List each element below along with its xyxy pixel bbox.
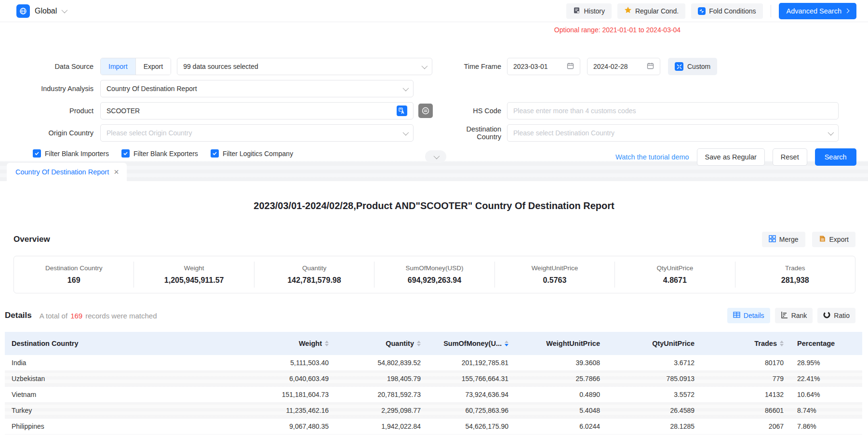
filter-blank-exporters-checkbox[interactable]: Filter Blank Exporters [121, 149, 198, 158]
cell-wup: 39.3608 [515, 359, 607, 367]
checkbox-checked-icon [121, 149, 130, 158]
regular-cond-button[interactable]: Regular Cond. [617, 3, 685, 19]
close-icon[interactable]: × [114, 168, 119, 176]
chevron-down-icon [828, 129, 834, 135]
export-icon [819, 235, 826, 244]
table-icon [733, 311, 740, 320]
export-label: Export [829, 236, 849, 243]
collapse-conditions-toggle[interactable] [425, 150, 446, 163]
cell-weight: 6,040,603.49 [246, 375, 335, 382]
table-header-row: Destination Country Weight Quantity SumO… [5, 332, 862, 355]
cell-percentage: 10.64% [790, 391, 862, 398]
pie-chart-icon [823, 311, 830, 320]
table-row[interactable]: Turkey 11,235,462.16 2,295,098.77 60,725… [5, 403, 862, 419]
cell-country: Uzbekistan [5, 375, 246, 382]
save-as-regular-button[interactable]: Save as Regular [697, 148, 765, 166]
total-count: 169 [70, 312, 82, 320]
overview-stats: Destination Country 169 Weight 1,205,945… [13, 256, 855, 293]
view-ratio-button[interactable]: Ratio [817, 308, 855, 323]
cell-qup: 3.5572 [607, 391, 701, 398]
cell-quantity: 2,295,098.77 [335, 407, 427, 414]
col-trades[interactable]: Trades [701, 340, 790, 347]
view-rank-button[interactable]: Rank [775, 308, 813, 323]
table-row[interactable]: Uzbekistan 6,040,603.49 198,405.79 155,7… [5, 371, 862, 387]
origin-country-select[interactable]: Please select Origin Country [100, 124, 414, 142]
history-button[interactable]: History [566, 3, 612, 19]
cell-percentage: 7.86% [790, 422, 862, 430]
advanced-search-label: Advanced Search [787, 7, 841, 15]
report-body: 2023/03/01-2024/02/28,Product AND"SCOOTE… [0, 200, 868, 435]
stat-value: 0.5763 [497, 276, 613, 285]
stat-label: WeightUnitPrice [497, 264, 613, 272]
merge-button[interactable]: Merge [762, 232, 805, 247]
time-frame-label: Time Frame [444, 63, 507, 70]
col-sum-of-money[interactable]: SumOfMoney(U... [427, 340, 515, 347]
table-row[interactable]: Philippines 9,067,480.35 1,942,022.84 54… [5, 419, 862, 435]
filter-blank-importers-checkbox[interactable]: Filter Blank Importers [33, 149, 109, 158]
chevron-down-icon [403, 129, 409, 135]
tutorial-link[interactable]: Watch the tutorial demo [615, 153, 689, 161]
industry-analysis-select[interactable]: Country Of Destination Report [100, 80, 414, 97]
cell-sum: 60,725,863.96 [427, 407, 515, 414]
stat-label: Weight [136, 264, 252, 272]
stat-qty-unit-price: QtyUnitPrice 4.8671 [614, 262, 734, 288]
export-tab[interactable]: Export [135, 58, 171, 75]
import-tab[interactable]: Import [101, 58, 135, 75]
destination-country-placeholder: Please select Destination Country [513, 129, 614, 137]
cell-weight: 9,067,480.35 [246, 422, 335, 430]
cell-percentage: 28.95% [790, 359, 862, 367]
cell-country: Vietnam [5, 391, 246, 398]
advanced-search-button[interactable]: Advanced Search [779, 3, 856, 19]
start-date-input[interactable]: 2023-03-01 [507, 58, 580, 75]
col-weight[interactable]: Weight [246, 340, 335, 347]
cell-wup: 0.4890 [515, 391, 607, 398]
search-button[interactable]: Search [815, 148, 856, 166]
sort-icon[interactable] [417, 341, 421, 346]
custom-range-button[interactable]: Custom [668, 58, 717, 75]
table-row[interactable]: India 5,111,503.40 54,802,839.52 201,192… [5, 355, 862, 371]
sort-icon[interactable] [325, 341, 329, 346]
col-percentage: Percentage [790, 340, 862, 347]
cell-sum: 54,626,175.90 [427, 422, 515, 430]
cell-wup: 25.7866 [515, 375, 607, 382]
checkbox-label: Filter Blank Exporters [134, 150, 198, 158]
optional-range-hint: Optional range: 2021-01-01 to 2024-03-04 [507, 26, 728, 34]
total-suffix: records were matched [85, 312, 157, 320]
tab-country-of-destination-report[interactable]: Country Of Destination Report × [7, 163, 127, 181]
exact-match-button[interactable] [418, 104, 433, 118]
cell-percentage: 8.74% [790, 407, 862, 414]
history-icon [573, 7, 580, 15]
top-bar: Global History Regular Cond. Fold Condit… [0, 0, 868, 22]
chevron-down-icon [403, 85, 409, 91]
report-title: 2023/03/01-2024/02/28,Product AND"SCOOTE… [0, 200, 868, 211]
destination-country-select[interactable]: Please select Destination Country [507, 124, 839, 142]
translate-icon[interactable] [397, 105, 407, 116]
col-weight-unit-price: WeightUnitPrice [515, 340, 607, 347]
view-ratio-label: Ratio [834, 312, 850, 319]
stat-value: 4.8671 [617, 276, 733, 285]
table-row[interactable]: Vietnam 151,181,604.73 20,781,592.73 73,… [5, 387, 862, 403]
data-source-label: Data Source [6, 63, 100, 70]
cell-quantity: 20,781,592.73 [335, 391, 427, 398]
view-details-button[interactable]: Details [727, 308, 770, 323]
fold-conditions-button[interactable]: Fold Conditions [691, 3, 762, 19]
export-button[interactable]: Export [812, 232, 855, 247]
cell-quantity: 198,405.79 [335, 375, 427, 382]
col-quantity[interactable]: Quantity [335, 340, 427, 347]
records-matched-text: A total of169records were matched [40, 312, 157, 320]
col-qty-unit-price: QtyUnitPrice [607, 340, 701, 347]
reset-button[interactable]: Reset [773, 148, 807, 166]
filter-logitics-company-checkbox[interactable]: Filter Logitics Company [211, 149, 293, 158]
end-date-input[interactable]: 2024-02-28 [587, 58, 660, 75]
sort-icon[interactable] [780, 341, 784, 346]
bar-chart-icon [781, 311, 788, 320]
overview-heading: Overview [13, 235, 50, 244]
hs-code-input[interactable]: Please enter more than 4 customs codes [507, 102, 839, 119]
brand-menu[interactable]: Global [16, 4, 66, 18]
custom-icon [675, 62, 683, 71]
cell-weight: 151,181,604.73 [246, 391, 335, 398]
stat-value: 694,929,263.94 [376, 276, 492, 285]
sort-desc-icon[interactable] [505, 341, 508, 346]
data-source-select[interactable]: 99 data sources selected [177, 58, 432, 75]
product-input[interactable]: SCOOTER [100, 102, 414, 119]
